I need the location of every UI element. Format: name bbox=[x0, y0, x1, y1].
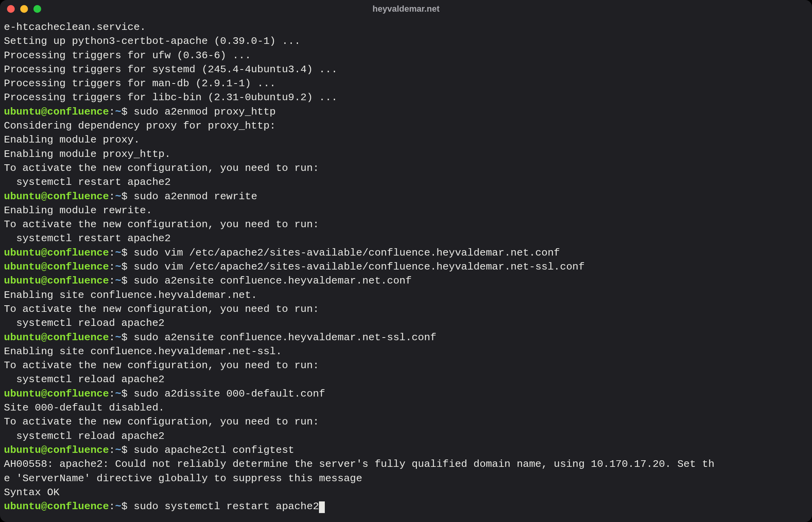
prompt-path: ~ bbox=[115, 247, 121, 259]
output-text: Considering dependency proxy for proxy_h… bbox=[4, 120, 276, 132]
prompt-at: @ bbox=[41, 261, 47, 273]
command-text: sudo vim /etc/apache2/sites-available/co… bbox=[134, 261, 585, 273]
output-text: e 'ServerName' directive globally to sup… bbox=[4, 473, 362, 484]
prompt-host: confluence bbox=[47, 501, 109, 512]
terminal-output-line: Enabling module proxy. bbox=[4, 133, 808, 147]
prompt-path: ~ bbox=[115, 388, 121, 400]
prompt-host: confluence bbox=[47, 332, 109, 343]
prompt-path: ~ bbox=[115, 501, 121, 512]
prompt-user: ubuntu bbox=[4, 501, 41, 512]
prompt-colon: : bbox=[109, 275, 115, 287]
terminal-output-line: Setting up python3-certbot-apache (0.39.… bbox=[4, 34, 808, 48]
output-text: Enabling module rewrite. bbox=[4, 205, 152, 216]
terminal-output-line: AH00558: apache2: Could not reliably det… bbox=[4, 457, 808, 471]
output-text: systemctl reload apache2 bbox=[4, 374, 164, 385]
minimize-button[interactable] bbox=[20, 5, 28, 13]
output-text: systemctl reload apache2 bbox=[4, 430, 164, 442]
prompt-user: ubuntu bbox=[4, 247, 41, 259]
command-text: sudo a2dissite 000-default.conf bbox=[134, 388, 325, 400]
terminal-output-line: systemctl reload apache2 bbox=[4, 372, 808, 386]
cursor bbox=[319, 501, 325, 513]
terminal-body[interactable]: e-htcacheclean.service.Setting up python… bbox=[0, 18, 812, 522]
terminal-command-line: ubuntu@confluence:~$ sudo vim /etc/apach… bbox=[4, 246, 808, 260]
prompt-user: ubuntu bbox=[4, 261, 41, 273]
prompt-colon: : bbox=[109, 106, 115, 118]
terminal-output-line: Site 000-default disabled. bbox=[4, 401, 808, 415]
prompt-host: confluence bbox=[47, 388, 109, 400]
prompt-at: @ bbox=[41, 106, 47, 118]
command-text: sudo a2ensite confluence.heyvaldemar.net… bbox=[134, 275, 412, 287]
output-text: Processing triggers for systemd (245.4-4… bbox=[4, 64, 338, 75]
prompt-path: ~ bbox=[115, 191, 121, 202]
prompt-user: ubuntu bbox=[4, 388, 41, 400]
prompt-colon: : bbox=[109, 332, 115, 343]
maximize-button[interactable] bbox=[33, 5, 41, 13]
command-text: sudo apache2ctl configtest bbox=[134, 444, 294, 456]
terminal-output-line: systemctl restart apache2 bbox=[4, 231, 808, 245]
output-text: systemctl reload apache2 bbox=[4, 317, 164, 329]
prompt-host: confluence bbox=[47, 247, 109, 259]
prompt-colon: : bbox=[109, 388, 115, 400]
prompt-symbol: $ bbox=[121, 275, 134, 287]
terminal-output-line: Considering dependency proxy for proxy_h… bbox=[4, 119, 808, 133]
prompt-at: @ bbox=[41, 388, 47, 400]
prompt-at: @ bbox=[41, 275, 47, 287]
prompt-host: confluence bbox=[47, 191, 109, 202]
close-button[interactable] bbox=[7, 5, 15, 13]
output-text: Processing triggers for libc-bin (2.31-0… bbox=[4, 92, 338, 103]
prompt-host: confluence bbox=[47, 261, 109, 273]
command-text: sudo a2enmod proxy_http bbox=[134, 106, 276, 118]
prompt-user: ubuntu bbox=[4, 191, 41, 202]
prompt-host: confluence bbox=[47, 106, 109, 118]
output-text: Enabling module proxy. bbox=[4, 134, 140, 146]
prompt-user: ubuntu bbox=[4, 275, 41, 287]
terminal-output-line: Enabling site confluence.heyvaldemar.net… bbox=[4, 345, 808, 358]
terminal-output-line: Syntax OK bbox=[4, 485, 808, 499]
output-text: Enabling site confluence.heyvaldemar.net… bbox=[4, 289, 257, 301]
prompt-at: @ bbox=[41, 501, 47, 512]
prompt-symbol: $ bbox=[121, 261, 134, 273]
terminal-window: heyvaldemar.net e-htcacheclean.service.S… bbox=[0, 0, 812, 522]
output-text: Processing triggers for ufw (0.36-6) ... bbox=[4, 50, 251, 61]
prompt-colon: : bbox=[109, 247, 115, 259]
terminal-output-line: Processing triggers for man-db (2.9.1-1)… bbox=[4, 77, 808, 90]
output-text: To activate the new configuration, you n… bbox=[4, 360, 319, 371]
output-text: Enabling module proxy_http. bbox=[4, 148, 171, 160]
command-text: sudo vim /etc/apache2/sites-available/co… bbox=[134, 247, 560, 259]
output-text: Enabling site confluence.heyvaldemar.net… bbox=[4, 346, 282, 357]
prompt-path: ~ bbox=[115, 332, 121, 343]
output-text: systemctl restart apache2 bbox=[4, 176, 171, 188]
prompt-colon: : bbox=[109, 444, 115, 456]
prompt-at: @ bbox=[41, 191, 47, 202]
prompt-colon: : bbox=[109, 191, 115, 202]
prompt-symbol: $ bbox=[121, 501, 134, 512]
command-text: sudo a2ensite confluence.heyvaldemar.net… bbox=[134, 332, 436, 343]
window-titlebar: heyvaldemar.net bbox=[0, 0, 812, 18]
terminal-output-line: Processing triggers for ufw (0.36-6) ... bbox=[4, 49, 808, 63]
command-text: sudo a2enmod rewrite bbox=[134, 191, 257, 202]
terminal-output-line: e 'ServerName' directive globally to sup… bbox=[4, 472, 808, 485]
prompt-symbol: $ bbox=[121, 106, 134, 118]
prompt-colon: : bbox=[109, 261, 115, 273]
prompt-path: ~ bbox=[115, 444, 121, 456]
terminal-output-line: Enabling module proxy_http. bbox=[4, 147, 808, 161]
prompt-path: ~ bbox=[115, 106, 121, 118]
terminal-command-line: ubuntu@confluence:~$ sudo a2enmod proxy_… bbox=[4, 105, 808, 119]
terminal-output-line: To activate the new configuration, you n… bbox=[4, 302, 808, 316]
terminal-output-line: To activate the new configuration, you n… bbox=[4, 161, 808, 175]
prompt-symbol: $ bbox=[121, 444, 134, 456]
output-text: Setting up python3-certbot-apache (0.39.… bbox=[4, 35, 300, 47]
prompt-host: confluence bbox=[47, 275, 109, 287]
prompt-symbol: $ bbox=[121, 247, 134, 259]
output-text: To activate the new configuration, you n… bbox=[4, 416, 319, 428]
command-text: sudo systemctl restart apache2 bbox=[134, 501, 319, 512]
terminal-output-line: To activate the new configuration, you n… bbox=[4, 218, 808, 231]
prompt-at: @ bbox=[41, 247, 47, 259]
prompt-user: ubuntu bbox=[4, 332, 41, 343]
terminal-output-line: Enabling module rewrite. bbox=[4, 204, 808, 218]
prompt-at: @ bbox=[41, 444, 47, 456]
output-text: Processing triggers for man-db (2.9.1-1)… bbox=[4, 78, 276, 89]
prompt-user: ubuntu bbox=[4, 444, 41, 456]
prompt-path: ~ bbox=[115, 275, 121, 287]
traffic-lights bbox=[7, 5, 41, 13]
